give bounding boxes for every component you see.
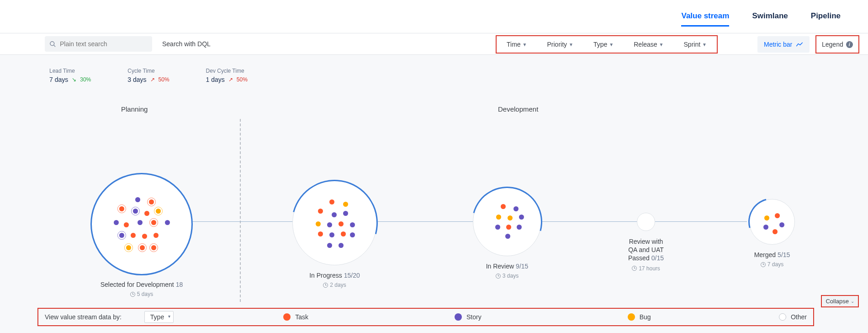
section-development: Development: [498, 105, 538, 113]
stage-sub: 7 days: [767, 261, 783, 268]
svg-point-0: [50, 41, 54, 45]
stage-count: 9/15: [516, 263, 528, 270]
trend-down-icon: ↘: [72, 76, 76, 83]
stage-sub: 5 days: [137, 291, 153, 297]
stage-in-progress[interactable]: In Progress15/20 2 days: [292, 181, 377, 288]
stage-merged[interactable]: Merged5/15 7 days: [749, 199, 795, 268]
metric-bar-button[interactable]: Metric bar: [757, 36, 810, 53]
section-divider: [240, 119, 241, 302]
metric-pct: 30%: [80, 76, 91, 83]
trend-up-icon: ↗: [150, 76, 155, 83]
search-icon: [49, 41, 56, 48]
filter-priority[interactable]: Priority▼: [547, 41, 573, 48]
clock-icon: [130, 292, 135, 297]
legend-bar: View value stream data by: Type Task Sto…: [37, 308, 814, 326]
tab-value-stream[interactable]: Value stream: [681, 11, 729, 27]
dots: [750, 199, 794, 244]
clock-icon: [323, 283, 328, 288]
chevron-down-icon: ▼: [659, 42, 664, 47]
legend-button[interactable]: Legend i: [815, 35, 859, 54]
stage-name: Review with: [628, 237, 664, 246]
stage-name: Passed: [628, 254, 650, 262]
stage-count: 5/15: [778, 251, 790, 258]
stage-name: In Progress: [309, 272, 342, 279]
chevron-down-icon: ▼: [702, 42, 707, 47]
stage-name: QA and UAT: [628, 246, 664, 254]
legend-label: View value stream data by:: [45, 313, 122, 321]
svg-line-1: [53, 45, 55, 47]
info-icon: i: [846, 41, 853, 48]
metric-dev-cycle-time: Dev Cycle Time 1 days ↗ 50%: [206, 68, 248, 83]
metric-pct: 50%: [237, 76, 248, 83]
swatch-bug: [628, 313, 635, 321]
tab-pipeline[interactable]: Pipeline: [811, 11, 841, 27]
stage-in-review[interactable]: In Review9/15 3 days: [473, 188, 541, 279]
stage-sub: 17 hours: [639, 265, 660, 272]
legend-item-task[interactable]: Task: [283, 313, 308, 321]
trend-up-icon: ↗: [228, 76, 233, 83]
section-planning: Planning: [121, 105, 148, 113]
metric-label: Cycle Time: [127, 68, 169, 74]
swatch-story: [455, 313, 462, 321]
filter-type[interactable]: Type▼: [593, 41, 614, 48]
chevron-down-icon: ▼: [569, 42, 573, 47]
dots: [293, 181, 376, 265]
search-input[interactable]: [60, 40, 148, 48]
metric-pct: 50%: [159, 76, 169, 83]
tab-swimlane[interactable]: Swimlane: [752, 11, 788, 27]
swatch-other: [779, 313, 786, 321]
stage-sub: 2 days: [330, 282, 346, 288]
metric-value: 3 days: [127, 76, 146, 83]
swatch-task: [283, 313, 291, 321]
dots: [473, 188, 541, 256]
trend-up-icon: [796, 42, 803, 47]
legend-item-other[interactable]: Other: [779, 313, 807, 321]
filter-sprint[interactable]: Sprint▼: [684, 41, 707, 48]
top-tabs: Value stream Swimlane Pipeline: [681, 11, 841, 27]
stage-review-qa[interactable]: Review with QA and UAT Passed0/15 17 hou…: [628, 213, 664, 272]
search-dql-link[interactable]: Search with DQL: [162, 40, 211, 48]
legend-type-select[interactable]: Type: [144, 311, 174, 323]
legend-item-story[interactable]: Story: [455, 313, 482, 321]
stage-count: 18: [176, 281, 183, 288]
stage-name: Merged: [754, 251, 776, 258]
metric-lead-time: Lead Time 7 days ↘ 30%: [49, 68, 91, 83]
metric-label: Dev Cycle Time: [206, 68, 248, 74]
metrics-row: Lead Time 7 days ↘ 30% Cycle Time 3 days…: [49, 68, 248, 83]
clock-icon: [632, 266, 637, 271]
metric-cycle-time: Cycle Time 3 days ↗ 50%: [127, 68, 169, 83]
filter-bar: Search with DQL Time▼ Priority▼ Type▼ Re…: [0, 33, 868, 55]
filter-time[interactable]: Time▼: [507, 41, 527, 48]
stage-name: In Review: [486, 263, 514, 270]
legend-item-bug[interactable]: Bug: [628, 313, 651, 321]
stage-selected[interactable]: Selected for Development18 5 days: [91, 174, 192, 297]
metric-label: Lead Time: [49, 68, 91, 74]
filter-release[interactable]: Release▼: [634, 41, 663, 48]
stage-count: 15/20: [344, 272, 360, 279]
collapse-button[interactable]: Collapse⌄: [821, 295, 859, 307]
search-box[interactable]: [45, 36, 152, 52]
stage-sub: 3 days: [503, 273, 519, 279]
metric-value: 7 days: [49, 76, 68, 83]
chevron-down-icon: ▼: [523, 42, 527, 47]
metric-value: 1 days: [206, 76, 225, 83]
chevron-down-icon: ⌄: [851, 299, 854, 304]
chevron-down-icon: ▼: [609, 42, 614, 47]
stage-area: Lead Time 7 days ↘ 30% Cycle Time 3 days…: [0, 55, 868, 333]
dots: [92, 174, 191, 274]
stage-count: 0/15: [651, 254, 664, 262]
clock-icon: [496, 274, 501, 279]
stage-name: Selected for Development: [101, 281, 174, 288]
filters-group: Time▼ Priority▼ Type▼ Release▼ Sprint▼: [496, 35, 718, 54]
clock-icon: [761, 262, 766, 267]
